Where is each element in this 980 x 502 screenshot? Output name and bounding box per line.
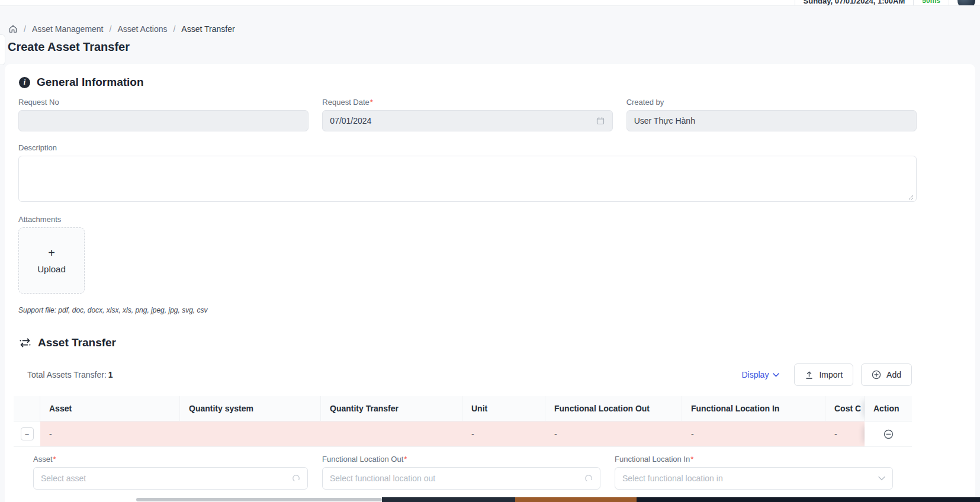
cell-functional-location-in: - (682, 421, 825, 447)
cell-unit: - (462, 421, 545, 447)
collapse-row-button[interactable]: − (21, 427, 34, 440)
remove-row-icon[interactable] (883, 429, 894, 439)
asset-transfer-header: Asset Transfer (19, 336, 975, 349)
asset-select-field: Asset * Select asset (33, 455, 308, 490)
request-no-input (18, 110, 309, 131)
bottom-edge (0, 497, 980, 502)
loading-spinner-icon (292, 474, 300, 482)
transfer-icon (19, 337, 31, 349)
chevron-down-icon (878, 476, 885, 481)
fl-out-placeholder: Select functional location out (330, 474, 435, 483)
asset-transfer-table: Asset Quantity system Quantity Transfer … (14, 396, 912, 447)
cell-functional-location-out: - (545, 421, 682, 447)
functional-location-in-select[interactable]: Select functional location in (615, 467, 893, 490)
cell-asset: - (40, 421, 180, 447)
col-quantity-transfer: Quantity Transfer (321, 396, 462, 421)
support-file-note: Support file: pdf, doc, docx, xlsx, xls,… (18, 306, 975, 314)
breadcrumb-asset-management[interactable]: Asset Management (32, 24, 104, 34)
general-information-title: General Information (37, 76, 144, 89)
top-bar: Sunday, 07/01/2024, 1:00AM 50ms (0, 0, 980, 6)
resize-handle[interactable] (908, 195, 914, 200)
fl-in-placeholder: Select functional location in (622, 474, 723, 483)
col-action: Action (865, 396, 912, 421)
request-date-label: Request Date (322, 98, 369, 107)
breadcrumb-asset-actions[interactable]: Asset Actions (117, 24, 167, 34)
display-label: Display (741, 370, 769, 379)
taskbar-segment (637, 497, 980, 502)
request-no-field: Request No (18, 98, 309, 131)
request-no-label: Request No (18, 98, 59, 107)
sidebar-edge (0, 34, 5, 65)
asset-select-placeholder: Select asset (41, 474, 86, 483)
request-date-field: Request Date * 07/01/2024 (322, 98, 612, 131)
asset-transfer-title: Asset Transfer (38, 336, 116, 349)
table-header-row: Asset Quantity system Quantity Transfer … (14, 396, 912, 421)
display-dropdown[interactable]: Display (741, 370, 779, 379)
required-mark: * (53, 455, 56, 464)
col-asset: Asset (40, 396, 180, 421)
total-label: Total Assets Transfer: (27, 370, 107, 379)
request-date-input[interactable]: 07/01/2024 (322, 110, 612, 131)
taskbar-segment-orange (515, 497, 637, 502)
loading-spinner-icon (584, 474, 593, 482)
col-unit: Unit (462, 396, 545, 421)
horizontal-scrollbar-thumb[interactable] (136, 498, 382, 501)
add-button[interactable]: Add (861, 363, 912, 386)
plus-circle-icon (872, 370, 881, 379)
import-button[interactable]: Import (794, 363, 853, 386)
fl-in-label: Functional Location In (615, 455, 690, 464)
required-mark: * (370, 98, 373, 107)
taskbar-segment (382, 497, 515, 502)
created-by-label: Created by (626, 98, 664, 107)
upload-dropzone[interactable]: + Upload (18, 227, 85, 294)
topbar-divider (795, 0, 795, 5)
col-functional-location-out: Functional Location Out (545, 396, 682, 421)
home-icon[interactable] (8, 24, 18, 34)
created-by-value: User Thực Hành (634, 116, 695, 125)
fl-out-label: Functional Location Out (322, 455, 403, 464)
description-label: Description (18, 143, 57, 152)
cell-quantity-transfer (321, 421, 462, 447)
col-quantity-system: Quantity system (180, 396, 321, 421)
breadcrumb-separator: / (173, 24, 175, 34)
chevron-down-icon (773, 373, 779, 377)
topbar-datetime: Sunday, 07/01/2024, 1:00AM (804, 0, 905, 5)
col-functional-location-in: Functional Location In (682, 396, 825, 421)
cell-cost-center: - (825, 421, 865, 447)
required-mark: * (404, 455, 407, 464)
created-by-field: Created by User Thực Hành (626, 98, 917, 131)
upload-label: Upload (37, 264, 66, 274)
breadcrumb-separator: / (24, 24, 26, 34)
breadcrumb-asset-transfer: Asset Transfer (181, 24, 234, 34)
main-card: i General Information Request No Request… (5, 64, 975, 502)
fl-out-select-field: Functional Location Out * Select functio… (322, 455, 600, 490)
asset-select[interactable]: Select asset (33, 467, 308, 490)
table-row: − - - - - - (14, 421, 912, 447)
row-detail-form: Asset * Select asset Functional Location… (33, 455, 975, 490)
breadcrumb: / Asset Management / Asset Actions / Ass… (8, 24, 235, 34)
import-label: Import (819, 370, 843, 379)
attachments-label: Attachments (18, 215, 61, 224)
asset-label: Asset (33, 455, 53, 464)
latency-indicator: 50ms (922, 0, 940, 5)
fl-in-select-field: Functional Location In * Select function… (615, 455, 893, 490)
topbar-divider (913, 0, 914, 5)
upload-icon (805, 371, 814, 379)
breadcrumb-separator: / (110, 24, 112, 34)
calendar-icon (596, 116, 605, 125)
total-assets-transfer: Total Assets Transfer:1 (27, 370, 113, 379)
functional-location-out-select[interactable]: Select functional location out (322, 467, 600, 490)
col-expand (14, 396, 40, 421)
general-information-header: i General Information (19, 76, 975, 89)
total-value: 1 (108, 370, 113, 379)
info-icon: i (19, 77, 30, 88)
add-label: Add (886, 370, 901, 379)
page-title: Create Asset Transfer (8, 40, 130, 54)
user-avatar[interactable] (957, 0, 975, 6)
required-mark: * (690, 455, 693, 464)
plus-icon: + (48, 247, 55, 259)
topbar-divider (949, 0, 949, 5)
col-cost-center: Cost C (825, 396, 865, 421)
cell-quantity-system (180, 421, 321, 447)
description-textarea[interactable] (18, 156, 917, 202)
